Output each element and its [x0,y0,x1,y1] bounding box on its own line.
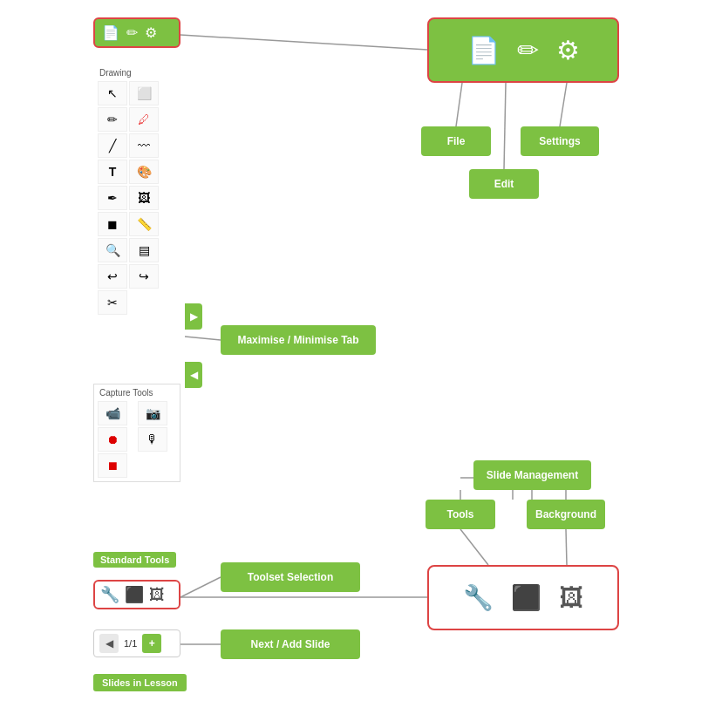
cursor-tool[interactable]: ↖ [98,81,127,105]
slides-in-lesson: Slides in Lesson [93,674,187,691]
svg-line-11 [460,529,488,565]
top-right-icon-box: 📄 ✏ ⚙ [427,17,619,83]
edit-box[interactable]: Edit [469,169,539,199]
line-tool[interactable]: ╱ [98,133,127,158]
image-slide-icon: 🖼 [149,586,165,604]
video-tool[interactable]: 📹 [98,401,127,425]
standard-tools-label: Standard Tools [93,552,176,568]
edit-icon: ✏ [126,24,138,41]
page-number: 1/1 [124,638,137,649]
diagram-settings-icon: ⚙ [556,35,580,65]
mic-tool[interactable]: 🎙 [138,427,167,452]
background-box[interactable]: Background [527,500,605,529]
screen-icon: ⬛ [125,585,144,604]
select-tool[interactable]: ⬜ [129,81,159,105]
expand-tab-down[interactable]: ◀ [185,362,202,388]
svg-line-14 [180,577,221,597]
wave-tool[interactable]: 〰 [129,133,159,158]
svg-line-0 [180,35,427,50]
settings-box[interactable]: Settings [521,126,599,156]
drawing-label: Drawing [98,68,159,78]
zoom-tool[interactable]: 🔍 [98,238,127,262]
diagram-file-icon: 📄 [467,35,500,65]
pencil-tool[interactable]: ✏ [98,107,127,132]
tools-box[interactable]: Tools [426,500,495,529]
scissors-tool[interactable]: ✂ [98,290,127,315]
expand-tab-up[interactable]: ▶ [185,303,202,330]
file-icon: 📄 [102,24,119,41]
drawing-tools: ↖ ⬜ ✏ 🖊 ╱ 〰 T 🎨 ✒ 🖼 ◼ 📏 🔍 ▤ ↩ ↪ ✂ [98,81,159,315]
bottom-icon-bar[interactable]: 🔧 ⬛ 🖼 [93,580,180,609]
highlighter-tool[interactable]: 🖊 [129,107,159,132]
file-box[interactable]: File [421,126,491,156]
slide-mgmt-box[interactable]: Slide Management [473,460,591,490]
diagram-wrench-icon: 🔧 [463,583,494,612]
redo-tool[interactable]: ↪ [129,264,159,289]
next-slide-btn[interactable]: + [142,634,161,653]
svg-line-4 [185,337,221,340]
next-add-slide-box[interactable]: Next / Add Slide [221,629,360,659]
wrench-icon: 🔧 [100,585,119,604]
svg-line-12 [566,529,567,565]
prev-slide-btn[interactable]: ◀ [99,634,119,653]
bottom-right-icon-box: 🔧 ⬛ 🖼 [427,565,619,630]
slide-nav-bar: ◀ 1/1 + [93,629,180,657]
diagram-screen-icon: ⬛ [511,583,541,612]
capture-label: Capture Tools [98,388,176,398]
diagram-image-icon: 🖼 [559,583,583,612]
barcode-tool[interactable]: ▤ [129,238,159,262]
color-tool[interactable]: 🎨 [129,160,159,184]
stop-tool[interactable]: ⏹ [98,453,127,478]
eraser-tool[interactable]: ◼ [98,212,127,236]
undo-tool[interactable]: ↩ [98,264,127,289]
max-min-box[interactable]: Maximise / Minimise Tab [221,325,376,355]
capture-tools: 📹 📷 ⏺ 🎙 ⏹ [98,401,176,478]
diagram-area: 📄 ✏ ⚙ Drawing ↖ ⬜ ✏ 🖊 ╱ 〰 T 🎨 ✒ 🖼 ◼ 📏 🔍 … [0,0,715,728]
svg-line-2 [560,83,567,126]
capture-section: Capture Tools 📹 📷 ⏺ 🎙 ⏹ [93,384,180,482]
svg-line-1 [456,83,462,126]
ruler-tool[interactable]: 📏 [129,212,159,236]
settings-icon: ⚙ [145,24,157,41]
left-chevron-icon: ◀ [106,637,113,650]
draw-tool[interactable]: ✒ [98,186,127,210]
right-arrow-icon: ▶ [190,310,198,323]
top-icon-bar[interactable]: 📄 ✏ ⚙ [93,17,180,48]
record-tool[interactable]: ⏺ [98,427,127,452]
left-arrow-icon: ◀ [190,369,198,381]
plus-icon: + [149,637,155,650]
drawing-section: Drawing ↖ ⬜ ✏ 🖊 ╱ 〰 T 🎨 ✒ 🖼 ◼ 📏 🔍 ▤ ↩ ↪ … [98,68,159,315]
camera-tool[interactable]: 📷 [138,401,167,425]
toolset-selection-box[interactable]: Toolset Selection [221,562,360,592]
svg-line-3 [504,83,506,169]
text-tool[interactable]: T [98,160,127,184]
diagram-edit-icon: ✏ [517,35,539,65]
image-tool[interactable]: 🖼 [129,186,159,210]
